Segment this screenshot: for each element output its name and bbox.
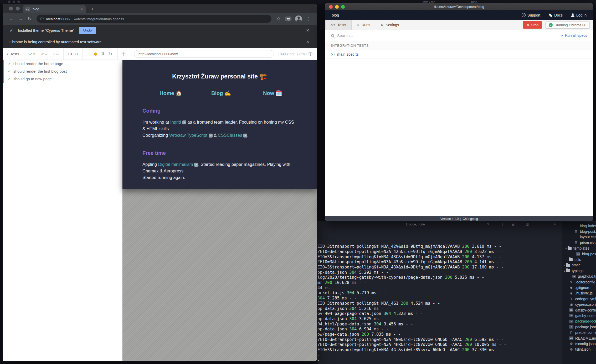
terminal-log-line: ?EIO=3&transport=polling&t=N3A_4Gw&sid=l… — [317, 337, 593, 342]
log-text: - — [317, 358, 320, 363]
profile-avatar[interactable] — [295, 15, 302, 22]
changelog-link[interactable]: Changelog — [463, 217, 478, 221]
file-tree-item[interactable]: JS gatsby-node.js — [562, 313, 596, 318]
site-info-icon[interactable]: ⓘ — [40, 17, 44, 21]
text: Appling — [142, 162, 158, 167]
app-url-input[interactable] — [134, 50, 274, 58]
file-tree-item[interactable]: ∨ typings — [562, 268, 596, 273]
browser-tab[interactable]: cy blog ✕ — [23, 5, 86, 13]
file-name: .huskyrc.js — [575, 291, 593, 295]
file-tree-item[interactable]: ✎ .editorconfig — [562, 279, 596, 285]
wroclaw-typescript-link[interactable]: Wrocław TypeScript — [169, 133, 207, 138]
support-link[interactable]: ?Support — [522, 13, 540, 17]
file-tree-item[interactable]: Y codegen.yml — [562, 296, 596, 302]
digital-minimalism-link[interactable]: Digital minimalism — [158, 162, 193, 167]
tab-close-icon[interactable]: ✕ — [80, 7, 83, 11]
scroll-toggle-icon[interactable]: ⇅ — [101, 51, 104, 56]
log-text: - — [317, 363, 320, 364]
back-icon[interactable]: ← — [9, 16, 13, 22]
browser-status-button[interactable]: ✓Running Chrome 80 — [545, 22, 590, 29]
address-bar[interactable]: ⓘ localhost :8000/__/#/tests/integration… — [37, 15, 271, 23]
file-tree-item[interactable]: tsx blog-post.ts — [562, 251, 596, 257]
cssclasses-link[interactable]: CSSClasses — [218, 133, 242, 138]
file-tree-item[interactable]: ⚙ tsconfig.json — [562, 341, 596, 346]
close-icon[interactable]: ✕ — [306, 28, 309, 33]
file-tree-item[interactable]: TS graphql.d.ts — [562, 274, 596, 279]
bookmark-star-icon[interactable]: ☆ — [276, 16, 281, 22]
log-text: mr — [317, 280, 325, 285]
file-tree-item[interactable]: MD README.md — [562, 335, 596, 341]
file-tree-item[interactable]: Ξ blog-post.cs — [562, 229, 596, 234]
failed-stat[interactable]: ✕-- — [40, 52, 47, 56]
check-icon: ✓ — [29, 52, 32, 56]
info-icon[interactable]: ⓘ — [309, 51, 312, 56]
tab-runs[interactable]: ≣Runs — [352, 20, 376, 30]
reload-icon[interactable]: ↻ — [28, 16, 32, 22]
login-link[interactable]: Log In — [571, 13, 587, 17]
log-text: 10.628 ms - - — [332, 280, 367, 285]
file-tree-item[interactable]: JS gatsby-config.j — [562, 307, 596, 313]
chevron-down-icon[interactable]: ∨ — [487, 222, 489, 226]
log-status-code: 304 — [349, 306, 357, 311]
site-nav-link[interactable]: Now 🗓️ — [263, 90, 315, 96]
log-status-code: 304 — [349, 327, 357, 331]
more-actions-icon[interactable]: ⋯ — [540, 222, 543, 226]
site-nav-link[interactable]: Home 🏠 — [160, 90, 211, 96]
auto-scroll-dot-icon[interactable] — [94, 52, 97, 56]
file-tree-item[interactable]: Ξ prism.css — [562, 240, 596, 245]
browser-menu-icon[interactable]: ⋮ — [306, 16, 311, 22]
ingrid-link[interactable]: Ingrid — [170, 120, 181, 124]
log-status-code: 200 — [465, 342, 472, 347]
log-text: 17.160 ms - - — [470, 265, 504, 270]
file-tree-item[interactable]: P prettier.config.j — [562, 330, 596, 335]
selector-playground-icon[interactable]: ✛ — [117, 48, 130, 60]
passed-stat[interactable]: ✓3 — [29, 52, 35, 56]
file-type-icon — [566, 264, 570, 267]
window-minimize-button[interactable] — [16, 7, 20, 10]
new-tab-button[interactable]: + — [91, 6, 94, 12]
split-terminal-icon[interactable]: ▤ — [512, 222, 515, 226]
cypress-extension-icon[interactable]: cy — [285, 17, 291, 21]
file-tree-item[interactable]: ⚙ tslint.json — [562, 347, 596, 352]
test-result-item[interactable]: ✓ should go to now page — [4, 75, 122, 83]
spec-file-row[interactable]: main.spec.ts — [325, 50, 593, 59]
maximize-panel-icon[interactable]: ∧ — [554, 222, 556, 226]
restart-tests-icon[interactable]: ↻ — [108, 51, 112, 57]
stop-button[interactable]: ✕Stop — [523, 21, 542, 29]
docs-link[interactable]: Docs — [549, 13, 563, 17]
file-tree-item[interactable]: › static — [562, 262, 596, 268]
terminal-shell-selector[interactable]: 1: node, node — [404, 222, 491, 227]
log-text: ?EIO=3&transport=polling&t=N3A_42n&sid=9… — [317, 249, 465, 254]
file-tree-item[interactable]: ◉ cypress.json — [562, 302, 596, 307]
log-status-code: 200 — [462, 244, 470, 249]
undo-button[interactable]: Undo — [79, 27, 96, 34]
kill-terminal-icon[interactable]: ▥ — [526, 222, 529, 226]
tab-tests[interactable]: </>Tests — [325, 20, 352, 30]
file-tree-item[interactable]: n package.json — [562, 324, 596, 330]
tab-settings[interactable]: ⚙Settings — [376, 20, 404, 30]
browser-toolbar: ← → ↻ ⓘ localhost :8000/__/#/tests/integ… — [3, 13, 317, 25]
file-tree-item[interactable]: ∨ templates — [562, 246, 596, 251]
spec-search-bar: ▸Run all specs — [325, 30, 593, 41]
file-tree-item[interactable]: n package-lock.js — [562, 319, 596, 324]
back-to-tests-button[interactable]: ‹ Tests — [3, 48, 24, 60]
window-close-button[interactable] — [9, 7, 13, 10]
forward-icon[interactable]: → — [18, 16, 23, 22]
test-result-item[interactable]: ✓ should render the home page — [4, 60, 122, 67]
run-all-specs-button[interactable]: ▸Run all specs — [562, 33, 587, 38]
pending-stat[interactable]: ○-- — [53, 52, 59, 56]
site-nav-link[interactable]: Blog ✍️ — [211, 90, 263, 96]
file-tree-item[interactable]: › utils — [562, 257, 596, 262]
theme-notice-text: Installed theme "Cypress Theme" — [18, 28, 74, 33]
app-tab-bar: </>Tests ≣Runs ⚙Settings ✕Stop ✓Running … — [325, 20, 593, 30]
file-tree-item[interactable]: ♞ .huskyrc.js — [562, 291, 596, 296]
test-result-item[interactable]: ✓ should render the first blog post — [4, 67, 122, 75]
terminal-log-line: pp-data.json 304 6.904 ms - - — [317, 327, 593, 332]
search-input[interactable] — [337, 33, 562, 38]
close-icon[interactable]: ✕ — [306, 40, 309, 44]
site-title: Krzysztof Żuraw personal site 🏗️ — [142, 73, 297, 80]
file-tree-item[interactable]: ◆ .gitignore — [562, 285, 596, 290]
runner-content: ✓ should render the home page ✓ should r… — [3, 60, 317, 361]
file-tree-item[interactable]: Ξ blog-index.c — [562, 223, 596, 229]
file-tree-item[interactable]: Ξ layout.css — [562, 234, 596, 240]
